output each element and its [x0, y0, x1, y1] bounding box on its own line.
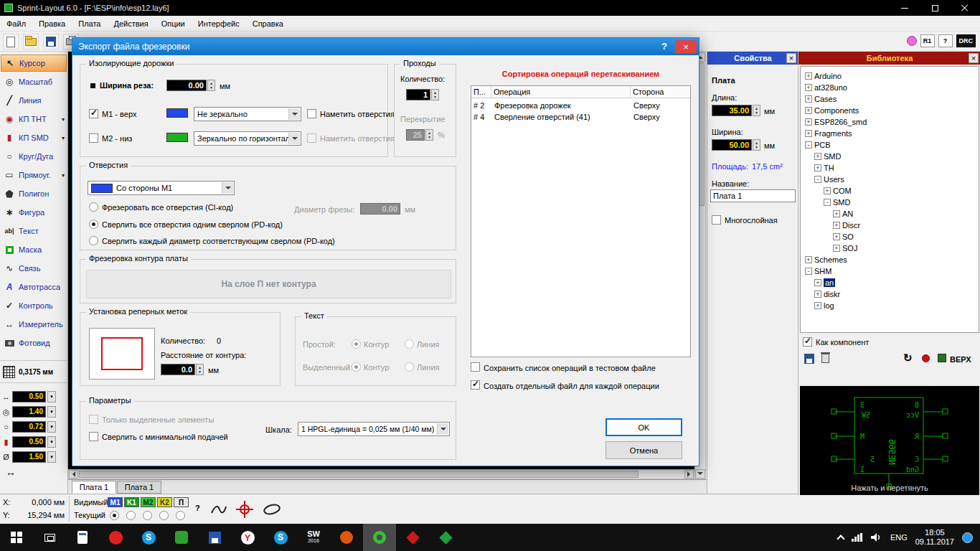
library-close-button[interactable]	[969, 53, 979, 63]
tool-shape[interactable]: Фигура	[1, 204, 67, 221]
min-feed-checkbox[interactable]	[89, 432, 98, 441]
dialog-close-button[interactable]	[675, 40, 697, 53]
chevron-down-icon[interactable]	[62, 135, 65, 141]
smd-height-field[interactable]: 1.50	[12, 451, 46, 463]
operation-row-side[interactable]: Сверху	[633, 113, 660, 121]
passes-count-spinner[interactable]	[431, 89, 439, 100]
board-name-input[interactable]	[710, 189, 796, 202]
chevron-down-icon[interactable]	[47, 436, 56, 448]
track-width-field[interactable]: 0.50	[12, 391, 46, 402]
solder-mask-toggle-icon[interactable]	[907, 36, 917, 46]
tree-item[interactable]: +SOJ	[801, 243, 979, 254]
simple-contour-radio[interactable]	[352, 339, 361, 349]
tree-expand-icon[interactable]: +	[805, 256, 812, 263]
tree-item[interactable]: +log	[801, 301, 979, 311]
tree-item[interactable]: +at328uno	[801, 83, 979, 93]
tree-expand-icon[interactable]: +	[805, 118, 812, 126]
save-button[interactable]	[43, 34, 59, 50]
m1-color-swatch[interactable]	[166, 108, 188, 118]
current-layer-radio[interactable]	[143, 511, 152, 520]
menu-help[interactable]: Справка	[246, 17, 290, 30]
tool-photoview[interactable]: Фотовид	[1, 334, 67, 352]
drill-single-radio[interactable]	[89, 220, 98, 229]
taskbar-app-save[interactable]	[198, 524, 231, 551]
taskbar-app-solidworks[interactable]: SW2016	[297, 524, 330, 551]
taskbar-app-yandex[interactable]: Y	[231, 524, 264, 551]
scroll-right-button[interactable]	[684, 470, 694, 479]
passes-count-field[interactable]: 1	[406, 89, 430, 100]
tree-item[interactable]: +SO	[801, 232, 979, 242]
cut-width-spinner[interactable]	[207, 80, 215, 91]
layer-k1-toggle[interactable]: K1	[124, 497, 139, 507]
crosshair-button[interactable]	[234, 499, 255, 520]
fiducial-distance-spinner[interactable]	[196, 364, 204, 375]
tree-item[interactable]: +Cases	[801, 94, 979, 105]
width-field[interactable]: 50.00	[712, 139, 752, 151]
maximize-button[interactable]	[920, 0, 950, 16]
holes-side-select[interactable]: Со стороны M1	[88, 181, 235, 195]
chevron-down-icon[interactable]	[47, 451, 56, 463]
tray-expand-icon[interactable]	[837, 534, 844, 542]
only-selected-checkbox[interactable]	[89, 415, 98, 424]
ok-button[interactable]: OK	[606, 418, 682, 436]
chevron-down-icon[interactable]	[62, 116, 65, 123]
width-spinner[interactable]	[753, 139, 760, 151]
overlap-spinner[interactable]	[425, 129, 433, 141]
menu-actions[interactable]: Действия	[107, 17, 154, 30]
action-center-icon[interactable]	[962, 532, 973, 543]
tree-item[interactable]: -SMD	[801, 197, 979, 208]
tree-expand-icon[interactable]: +	[814, 291, 821, 298]
operation-row-name[interactable]: Сверление отверстий (41)	[494, 113, 590, 121]
library-delete-button[interactable]	[821, 354, 829, 363]
separate-files-checkbox[interactable]	[471, 380, 480, 390]
tree-expand-icon[interactable]: +	[805, 72, 812, 80]
scroll-down-button[interactable]	[695, 469, 705, 479]
taskbar-app-skype-2[interactable]: S	[264, 524, 297, 551]
taskbar-app-green[interactable]	[165, 524, 198, 551]
tree-item[interactable]: +Schemes	[801, 255, 979, 265]
record-button[interactable]	[922, 354, 930, 362]
grid-setting-button[interactable]: 0,3175 мм	[0, 360, 68, 383]
smd-width-field[interactable]: 0.50	[12, 436, 46, 448]
tree-collapse-icon[interactable]: -	[824, 199, 831, 206]
tree-collapse-icon[interactable]: -	[805, 141, 812, 149]
m2-mirror-select[interactable]: Зеркально по горизонтали	[194, 131, 301, 146]
network-icon[interactable]	[852, 533, 863, 542]
tree-expand-icon[interactable]: +	[814, 279, 821, 286]
taskbar-app-sprint-layout[interactable]	[363, 524, 396, 551]
tool-line[interactable]: Линия	[1, 92, 67, 109]
tree-expand-icon[interactable]: +	[833, 233, 840, 240]
tool-mask[interactable]: Маска	[1, 241, 67, 258]
tray-clock[interactable]: 18:05 09.11.2017	[915, 528, 954, 547]
column-header-side[interactable]: Сторона	[631, 86, 690, 98]
board-side-icon[interactable]	[938, 354, 946, 362]
r1-button[interactable]: R1	[920, 34, 935, 47]
tree-expand-icon[interactable]: +	[805, 84, 812, 91]
tree-expand-icon[interactable]: +	[814, 302, 821, 309]
menu-interface[interactable]: Интерфейс	[192, 17, 246, 30]
drill-each-radio[interactable]	[89, 236, 98, 245]
tool-cursor[interactable]: Курсор	[1, 55, 67, 72]
cancel-button[interactable]: Отмена	[606, 441, 682, 459]
tree-item[interactable]: -Users	[801, 174, 979, 185]
tree-item[interactable]: +diskr	[801, 289, 979, 300]
tab-board-1[interactable]: Плата 1	[72, 481, 116, 494]
taskbar-app-red-diamond[interactable]	[396, 524, 429, 551]
tree-expand-icon[interactable]: +	[805, 130, 812, 137]
tree-expand-icon[interactable]: +	[824, 187, 831, 194]
toolbar-help-button[interactable]: ?	[938, 34, 953, 47]
horizontal-scrollbar[interactable]	[68, 469, 694, 479]
operation-row-name[interactable]: Фрезеровка дорожек	[494, 101, 571, 110]
ellipse-tool-button[interactable]	[260, 499, 284, 520]
as-component-checkbox[interactable]	[803, 337, 812, 347]
m2-checkbox[interactable]	[89, 133, 98, 143]
tool-pad-smd[interactable]: КП SMD	[1, 129, 67, 146]
overlap-field[interactable]: 25	[406, 129, 425, 141]
tool-polygon[interactable]: Полигон	[1, 185, 67, 202]
tree-expand-icon[interactable]: +	[814, 153, 821, 160]
curve-mode-button[interactable]	[208, 499, 230, 520]
dialog-help-button[interactable]: ?	[661, 41, 667, 52]
chevron-down-icon[interactable]	[47, 391, 56, 402]
minimize-button[interactable]	[890, 0, 920, 16]
tree-collapse-icon[interactable]: -	[805, 268, 812, 275]
